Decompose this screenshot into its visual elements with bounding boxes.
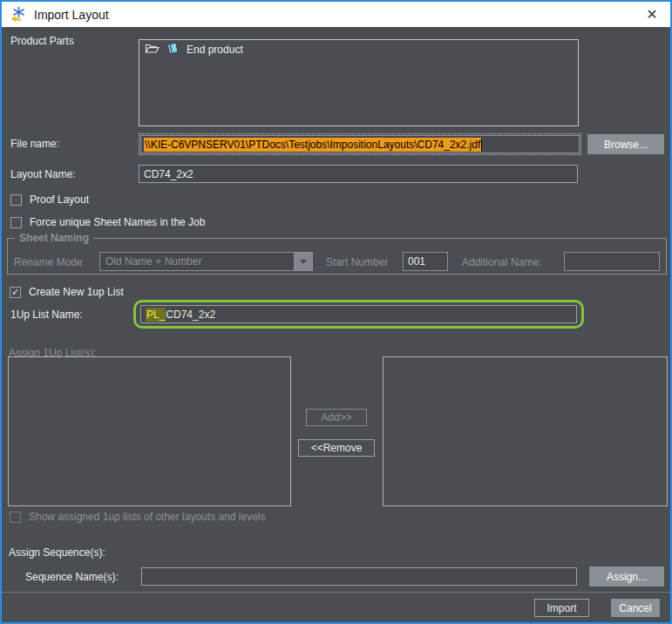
cancel-button[interactable]: Cancel <box>611 599 660 617</box>
additional-name-label: Additional Name: <box>462 256 541 268</box>
layout-name-input[interactable]: CD74_2x2 <box>139 165 578 183</box>
create-new-1up-checkbox[interactable]: ✓ <box>10 287 21 298</box>
force-unique-label: Force unique Sheet Names in the Job <box>30 216 205 228</box>
rename-mode-dropdown[interactable]: Old Name + Number <box>99 252 313 271</box>
close-icon[interactable]: ✕ <box>642 5 662 24</box>
app-icon <box>10 6 28 24</box>
window-title: Import Layout <box>34 8 109 22</box>
sequence-names-input[interactable] <box>141 567 577 586</box>
force-unique-option: Force unique Sheet Names in the Job <box>10 216 205 228</box>
titlebar: Import Layout ✕ <box>2 2 670 27</box>
file-name-label: File name: <box>10 138 59 150</box>
available-1up-list[interactable] <box>8 356 291 506</box>
sequence-names-label: Sequence Name(s): <box>25 571 119 583</box>
product-parts-list[interactable]: End product <box>139 39 579 126</box>
add-button[interactable]: Add>> <box>306 409 367 426</box>
create-new-1up-label: Create New 1up List <box>29 286 124 298</box>
rename-mode-value: Old Name + Number <box>100 253 294 270</box>
1up-name-rest-text: CD74_2x2 <box>166 309 215 321</box>
proof-layout-option: Proof Layout <box>10 193 89 206</box>
import-layout-dialog: Import Layout ✕ Product Parts <box>0 0 672 624</box>
show-assigned-checkbox[interactable] <box>10 512 21 523</box>
start-number-label: Start Number <box>326 256 388 268</box>
file-name-inner: \\KIE-C6VPNSERV01\PTDocs\Testjobs\Imposi… <box>140 135 580 153</box>
file-name-input[interactable]: \\KIE-C6VPNSERV01\PTDocs\Testjobs\Imposi… <box>139 133 581 155</box>
additional-name-input[interactable] <box>564 252 660 271</box>
open-folder-icon <box>145 42 160 58</box>
remove-button[interactable]: <<Remove <box>298 439 375 457</box>
1up-list-name-input[interactable]: PL_CD74_2x2 <box>140 305 577 323</box>
start-number-input[interactable]: 001 <box>403 252 448 271</box>
book-icon <box>166 42 179 58</box>
layout-name-label: Layout Name: <box>10 168 76 180</box>
assign-button[interactable]: Assign... <box>589 566 664 587</box>
create-new-1up-option: ✓ Create New 1up List <box>10 286 124 298</box>
force-unique-checkbox[interactable] <box>10 217 22 228</box>
rename-mode-label: Rename Mode <box>14 256 83 268</box>
sheet-naming-title: Sheet Naming <box>15 232 93 244</box>
text-caret <box>481 139 482 151</box>
proof-layout-checkbox[interactable] <box>10 194 22 206</box>
assign-sequences-label: Assign Sequence(s): <box>9 546 105 559</box>
browse-button[interactable]: Browse... <box>587 134 664 154</box>
file-name-value: \\KIE-C6VPNSERV01\PTDocs\Testjobs\Imposi… <box>144 138 481 152</box>
assigned-1up-list[interactable] <box>383 356 668 506</box>
1up-list-name-label: 1Up List Name: <box>10 309 83 321</box>
list-item[interactable]: End product <box>139 40 578 59</box>
product-part-name: End product <box>187 44 243 56</box>
product-parts-label: Product Parts <box>10 35 74 47</box>
footer-separator <box>2 592 670 593</box>
proof-layout-label: Proof Layout <box>30 193 89 206</box>
show-assigned-label: Show assigned 1up lists of other layouts… <box>29 511 266 523</box>
chevron-down-icon[interactable] <box>294 253 312 270</box>
1up-name-selected-text: PL_ <box>146 308 166 322</box>
import-button[interactable]: Import <box>534 599 589 617</box>
show-assigned-option: Show assigned 1up lists of other layouts… <box>10 511 266 523</box>
